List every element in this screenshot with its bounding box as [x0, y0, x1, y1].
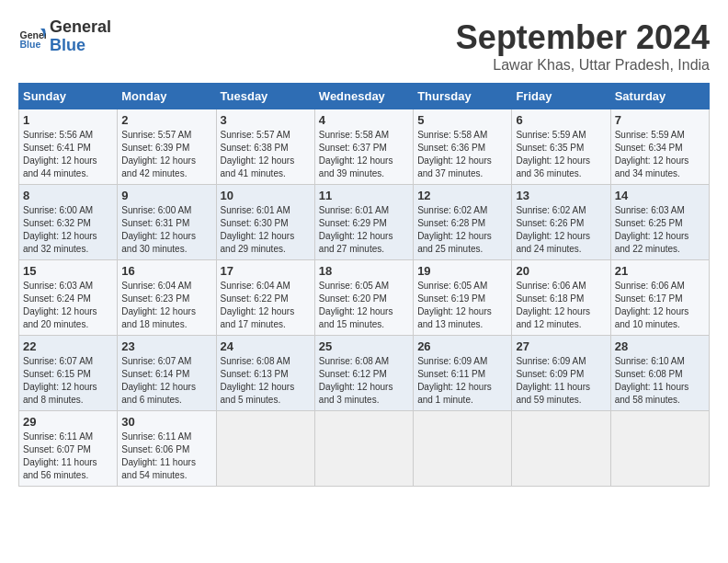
day-number: 26: [417, 339, 507, 353]
calendar-cell: 27Sunrise: 6:09 AM Sunset: 6:09 PM Dayli…: [512, 336, 610, 411]
day-number: 21: [615, 264, 705, 278]
calendar-cell: 3Sunrise: 5:57 AM Sunset: 6:38 PM Daylig…: [216, 109, 314, 185]
day-info: Sunrise: 5:58 AM Sunset: 6:36 PM Dayligh…: [417, 129, 507, 180]
day-number: 11: [319, 189, 409, 202]
calendar-cell: [610, 411, 709, 487]
day-number: 22: [23, 339, 113, 353]
calendar-cell: 25Sunrise: 6:08 AM Sunset: 6:12 PM Dayli…: [314, 336, 413, 411]
day-info: Sunrise: 6:05 AM Sunset: 6:19 PM Dayligh…: [417, 280, 507, 331]
day-info: Sunrise: 6:00 AM Sunset: 6:31 PM Dayligh…: [121, 204, 211, 256]
day-number: 14: [615, 189, 705, 202]
calendar-cell: 11Sunrise: 6:01 AM Sunset: 6:29 PM Dayli…: [314, 185, 413, 260]
day-info: Sunrise: 6:01 AM Sunset: 6:29 PM Dayligh…: [319, 204, 409, 256]
day-number: 12: [417, 189, 507, 202]
day-number: 8: [23, 189, 113, 202]
calendar-cell: 4Sunrise: 5:58 AM Sunset: 6:37 PM Daylig…: [314, 109, 413, 185]
calendar-cell: 14Sunrise: 6:03 AM Sunset: 6:25 PM Dayli…: [610, 185, 709, 260]
calendar-header: SundayMondayTuesdayWednesdayThursdayFrid…: [19, 84, 710, 109]
logo-icon: General Blue: [18, 23, 46, 51]
day-number: 5: [417, 113, 507, 127]
title-area: September 2024 Lawar Khas, Uttar Pradesh…: [456, 18, 710, 74]
calendar: SundayMondayTuesdayWednesdayThursdayFrid…: [18, 83, 710, 487]
day-info: Sunrise: 5:57 AM Sunset: 6:38 PM Dayligh…: [221, 129, 311, 180]
day-info: Sunrise: 6:04 AM Sunset: 6:23 PM Dayligh…: [121, 280, 211, 331]
day-info: Sunrise: 6:09 AM Sunset: 6:09 PM Dayligh…: [516, 355, 606, 407]
calendar-cell: 18Sunrise: 6:05 AM Sunset: 6:20 PM Dayli…: [314, 260, 413, 336]
calendar-week-3: 15Sunrise: 6:03 AM Sunset: 6:24 PM Dayli…: [19, 260, 710, 336]
day-info: Sunrise: 6:09 AM Sunset: 6:11 PM Dayligh…: [417, 355, 507, 407]
calendar-body: 1Sunrise: 5:56 AM Sunset: 6:41 PM Daylig…: [19, 109, 710, 487]
calendar-cell: 10Sunrise: 6:01 AM Sunset: 6:30 PM Dayli…: [216, 185, 314, 260]
calendar-cell: 12Sunrise: 6:02 AM Sunset: 6:28 PM Dayli…: [414, 185, 512, 260]
calendar-cell: [414, 411, 512, 487]
calendar-cell: 9Sunrise: 6:00 AM Sunset: 6:31 PM Daylig…: [118, 185, 216, 260]
calendar-cell: 28Sunrise: 6:10 AM Sunset: 6:08 PM Dayli…: [610, 336, 709, 411]
day-number: 3: [221, 113, 311, 127]
day-info: Sunrise: 6:03 AM Sunset: 6:24 PM Dayligh…: [23, 280, 113, 331]
day-info: Sunrise: 6:03 AM Sunset: 6:25 PM Dayligh…: [615, 204, 705, 256]
day-info: Sunrise: 6:05 AM Sunset: 6:20 PM Dayligh…: [319, 280, 409, 331]
weekday-header-sunday: Sunday: [19, 84, 118, 109]
day-info: Sunrise: 6:10 AM Sunset: 6:08 PM Dayligh…: [615, 355, 705, 407]
day-info: Sunrise: 5:58 AM Sunset: 6:37 PM Dayligh…: [319, 129, 409, 180]
day-number: 25: [319, 339, 409, 353]
calendar-cell: 21Sunrise: 6:06 AM Sunset: 6:17 PM Dayli…: [610, 260, 709, 336]
calendar-cell: 26Sunrise: 6:09 AM Sunset: 6:11 PM Dayli…: [414, 336, 512, 411]
day-number: 17: [221, 264, 311, 278]
weekday-header-saturday: Saturday: [610, 84, 709, 109]
day-number: 24: [221, 339, 311, 353]
svg-text:Blue: Blue: [20, 39, 41, 50]
day-number: 1: [23, 113, 113, 127]
day-info: Sunrise: 6:08 AM Sunset: 6:13 PM Dayligh…: [221, 355, 311, 407]
day-number: 27: [516, 339, 606, 353]
day-info: Sunrise: 6:07 AM Sunset: 6:14 PM Dayligh…: [121, 355, 211, 407]
calendar-cell: 7Sunrise: 5:59 AM Sunset: 6:34 PM Daylig…: [610, 109, 709, 185]
calendar-week-4: 22Sunrise: 6:07 AM Sunset: 6:15 PM Dayli…: [19, 336, 710, 411]
calendar-cell: 2Sunrise: 5:57 AM Sunset: 6:39 PM Daylig…: [118, 109, 216, 185]
day-number: 23: [121, 339, 211, 353]
day-info: Sunrise: 6:06 AM Sunset: 6:17 PM Dayligh…: [615, 280, 705, 331]
calendar-cell: 19Sunrise: 6:05 AM Sunset: 6:19 PM Dayli…: [414, 260, 512, 336]
calendar-cell: 6Sunrise: 5:59 AM Sunset: 6:35 PM Daylig…: [512, 109, 610, 185]
weekday-header-monday: Monday: [118, 84, 216, 109]
day-number: 28: [615, 339, 705, 353]
weekday-header-row: SundayMondayTuesdayWednesdayThursdayFrid…: [19, 84, 710, 109]
calendar-cell: 30Sunrise: 6:11 AM Sunset: 6:06 PM Dayli…: [118, 411, 216, 487]
logo: General Blue General Blue: [18, 18, 111, 55]
day-number: 6: [516, 113, 606, 127]
main-title: September 2024: [456, 18, 710, 57]
header: General Blue General Blue September 2024…: [18, 18, 710, 74]
day-number: 7: [615, 113, 705, 127]
day-info: Sunrise: 6:04 AM Sunset: 6:22 PM Dayligh…: [221, 280, 311, 331]
weekday-header-thursday: Thursday: [414, 84, 512, 109]
calendar-cell: 5Sunrise: 5:58 AM Sunset: 6:36 PM Daylig…: [414, 109, 512, 185]
day-info: Sunrise: 5:56 AM Sunset: 6:41 PM Dayligh…: [23, 129, 113, 180]
calendar-cell: 20Sunrise: 6:06 AM Sunset: 6:18 PM Dayli…: [512, 260, 610, 336]
subtitle: Lawar Khas, Uttar Pradesh, India: [456, 57, 710, 74]
calendar-cell: 1Sunrise: 5:56 AM Sunset: 6:41 PM Daylig…: [19, 109, 118, 185]
day-number: 18: [319, 264, 409, 278]
calendar-cell: 17Sunrise: 6:04 AM Sunset: 6:22 PM Dayli…: [216, 260, 314, 336]
logo-text: General Blue: [50, 18, 111, 55]
day-number: 9: [121, 189, 211, 202]
day-number: 30: [121, 415, 211, 429]
calendar-cell: 13Sunrise: 6:02 AM Sunset: 6:26 PM Dayli…: [512, 185, 610, 260]
day-number: 10: [221, 189, 311, 202]
calendar-cell: 15Sunrise: 6:03 AM Sunset: 6:24 PM Dayli…: [19, 260, 118, 336]
day-info: Sunrise: 5:57 AM Sunset: 6:39 PM Dayligh…: [121, 129, 211, 180]
weekday-header-wednesday: Wednesday: [314, 84, 413, 109]
day-info: Sunrise: 6:01 AM Sunset: 6:30 PM Dayligh…: [221, 204, 311, 256]
calendar-cell: 16Sunrise: 6:04 AM Sunset: 6:23 PM Dayli…: [118, 260, 216, 336]
calendar-cell: [216, 411, 314, 487]
day-number: 29: [23, 415, 113, 429]
day-info: Sunrise: 6:06 AM Sunset: 6:18 PM Dayligh…: [516, 280, 606, 331]
calendar-cell: 22Sunrise: 6:07 AM Sunset: 6:15 PM Dayli…: [19, 336, 118, 411]
day-info: Sunrise: 6:08 AM Sunset: 6:12 PM Dayligh…: [319, 355, 409, 407]
day-info: Sunrise: 6:02 AM Sunset: 6:28 PM Dayligh…: [417, 204, 507, 256]
calendar-week-5: 29Sunrise: 6:11 AM Sunset: 6:07 PM Dayli…: [19, 411, 710, 487]
day-info: Sunrise: 6:07 AM Sunset: 6:15 PM Dayligh…: [23, 355, 113, 407]
calendar-cell: 29Sunrise: 6:11 AM Sunset: 6:07 PM Dayli…: [19, 411, 118, 487]
day-number: 19: [417, 264, 507, 278]
day-number: 20: [516, 264, 606, 278]
weekday-header-tuesday: Tuesday: [216, 84, 314, 109]
